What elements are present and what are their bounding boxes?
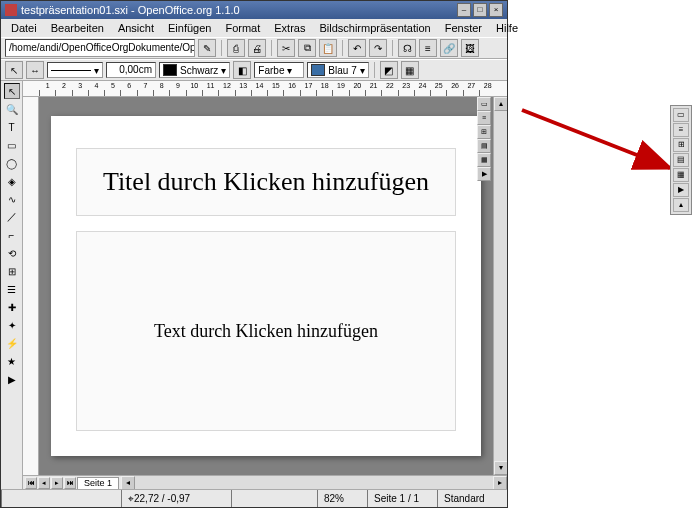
rotate-tool-icon[interactable]: ⟲ (4, 245, 20, 261)
edit-file-icon[interactable]: ✎ (198, 39, 216, 57)
view-handout-icon[interactable]: ▦ (477, 153, 491, 167)
float-start-show-icon[interactable]: ▶ (673, 183, 689, 197)
maximize-button[interactable]: □ (473, 3, 487, 17)
bottom-scroll-row: ⏮ ◂ ▸ ⏭ Seite 1 ◂ ▸ (23, 475, 507, 489)
close-button[interactable]: × (489, 3, 503, 17)
horizontal-scrollbar[interactable]: ◂ ▸ (121, 476, 507, 489)
url-bar[interactable]: /home/andi/OpenOfficeOrgDokumente/Op (5, 39, 195, 57)
shadow-icon[interactable]: ◩ (380, 61, 398, 79)
float-notes-view-icon[interactable]: ▤ (673, 153, 689, 167)
fill-mode-dropdown[interactable]: Farbe▾ (254, 62, 304, 78)
vertical-scrollbar[interactable]: ▴ ▾ (493, 97, 507, 475)
effects-tool-icon[interactable]: ✦ (4, 317, 20, 333)
arrange-tool-icon[interactable]: ☰ (4, 281, 20, 297)
rectangle-tool-icon[interactable]: ▭ (4, 137, 20, 153)
tab-prev-icon[interactable]: ◂ (38, 477, 50, 489)
canvas[interactable]: Titel durch Klicken hinzufügen Text durc… (39, 97, 493, 475)
status-zoom[interactable]: 82% (317, 490, 367, 507)
connector-tool-icon[interactable]: ⌐ (4, 227, 20, 243)
select-tool-icon[interactable]: ↖ (4, 83, 20, 99)
float-handout-view-icon[interactable]: ▦ (673, 168, 689, 182)
line-tool-icon[interactable]: ／ (4, 209, 20, 225)
menu-insert[interactable]: Einfügen (162, 21, 217, 35)
object3d-tool-icon[interactable]: ◈ (4, 173, 20, 189)
float-drawing-view-icon[interactable]: ▭ (673, 108, 689, 122)
toolbar-standard: /home/andi/OpenOfficeOrgDokumente/Op ✎ ⎙… (1, 37, 507, 59)
float-outline-view-icon[interactable]: ≡ (673, 123, 689, 137)
curve-tool-icon[interactable]: ∿ (4, 191, 20, 207)
status-empty (1, 490, 121, 507)
fill-color-dropdown[interactable]: Blau 7▾ (307, 62, 368, 78)
interaction-tool-icon[interactable]: ⚡ (4, 335, 20, 351)
view-notes-icon[interactable]: ▤ (477, 139, 491, 153)
hyperlink-icon[interactable]: 🔗 (440, 39, 458, 57)
minimize-button[interactable]: – (457, 3, 471, 17)
menu-view[interactable]: Ansicht (112, 21, 160, 35)
scroll-up-icon[interactable]: ▴ (494, 97, 507, 111)
ellipse-tool-icon[interactable]: ◯ (4, 155, 20, 171)
menu-tools[interactable]: Extras (268, 21, 311, 35)
cut-icon[interactable]: ✂ (277, 39, 295, 57)
paste-icon[interactable]: 📋 (319, 39, 337, 57)
navigator-icon[interactable]: ☊ (398, 39, 416, 57)
text-tool-icon[interactable]: T (4, 119, 20, 135)
menu-window[interactable]: Fenster (439, 21, 488, 35)
left-toolbar: ↖ 🔍 T ▭ ◯ ◈ ∿ ／ ⌐ ⟲ ⊞ ☰ ✚ ✦ ⚡ ★ ▶ (1, 81, 23, 489)
vertical-ruler (23, 97, 39, 475)
annotation-arrow (520, 108, 680, 178)
menu-format[interactable]: Format (219, 21, 266, 35)
float-slide-view-icon[interactable]: ⊞ (673, 138, 689, 152)
line-arrow-icon[interactable]: ↔ (26, 61, 44, 79)
tab-first-icon[interactable]: ⏮ (25, 477, 37, 489)
fill-color-swatch (311, 64, 325, 76)
view-slides-icon[interactable]: ⊞ (477, 125, 491, 139)
zoom-tool-icon[interactable]: 🔍 (4, 101, 20, 117)
content-area: ↖ 🔍 T ▭ ◯ ◈ ∿ ／ ⌐ ⟲ ⊞ ☰ ✚ ✦ ⚡ ★ ▶ 123456… (1, 81, 507, 489)
scroll-down-icon[interactable]: ▾ (494, 461, 507, 475)
view-outline-icon[interactable]: ≡ (477, 111, 491, 125)
arrow-tool-icon[interactable]: ↖ (5, 61, 23, 79)
svg-line-1 (522, 110, 670, 168)
content-placeholder[interactable]: Text durch Klicken hinzufügen (76, 231, 456, 431)
scroll-right-icon[interactable]: ▸ (493, 476, 507, 489)
menu-file[interactable]: Datei (5, 21, 43, 35)
copy-icon[interactable]: ⧉ (298, 39, 316, 57)
status-mode: Standard (437, 490, 507, 507)
status-spacer (231, 490, 317, 507)
titlebar: testpräsentation01.sxi - OpenOffice.org … (1, 1, 507, 19)
presentation-tool-icon[interactable]: ▶ (4, 371, 20, 387)
menu-help[interactable]: Hilfe (490, 21, 524, 35)
align-tool-icon[interactable]: ⊞ (4, 263, 20, 279)
stylist-icon[interactable]: ≡ (419, 39, 437, 57)
line-style-dropdown[interactable]: ▾ (47, 62, 103, 78)
vscroll-track[interactable] (494, 111, 507, 461)
status-coords: ⌖ 22,72 / -0,97 (121, 490, 231, 507)
animation-tool-icon[interactable]: ★ (4, 353, 20, 369)
gallery-icon[interactable]: 🖼 (461, 39, 479, 57)
slideshow-icon[interactable]: ▦ (401, 61, 419, 79)
tab-last-icon[interactable]: ⏭ (64, 477, 76, 489)
insert-tool-icon[interactable]: ✚ (4, 299, 20, 315)
redo-icon[interactable]: ↷ (369, 39, 387, 57)
view-presentation-icon[interactable]: ▶ (477, 167, 491, 181)
menu-slideshow[interactable]: Bildschirmpräsentation (313, 21, 436, 35)
app-icon (5, 4, 17, 16)
export-pdf-icon[interactable]: ⎙ (227, 39, 245, 57)
title-placeholder[interactable]: Titel durch Klicken hinzufügen (76, 148, 456, 216)
floating-view-toolbar[interactable]: ▭ ≡ ⊞ ▤ ▦ ▶ ▴ (670, 105, 692, 215)
hscroll-track[interactable] (135, 476, 493, 489)
menu-edit[interactable]: Bearbeiten (45, 21, 110, 35)
line-color-dropdown[interactable]: Schwarz▾ (159, 62, 230, 78)
view-drawing-icon[interactable]: ▭ (477, 97, 491, 111)
app-window: testpräsentation01.sxi - OpenOffice.org … (0, 0, 508, 508)
tab-next-icon[interactable]: ▸ (51, 477, 63, 489)
print-icon[interactable]: 🖨 (248, 39, 266, 57)
horizontal-ruler: 1234567891011121314151617181920212223242… (23, 81, 507, 97)
float-collapse-icon[interactable]: ▴ (673, 198, 689, 212)
fill-style-icon[interactable]: ◧ (233, 61, 251, 79)
line-width-field[interactable]: 0,00cm (106, 62, 156, 78)
slide-tab-bar: ⏮ ◂ ▸ ⏭ Seite 1 (23, 476, 121, 489)
slide-tab-1[interactable]: Seite 1 (77, 477, 119, 489)
scroll-left-icon[interactable]: ◂ (121, 476, 135, 489)
undo-icon[interactable]: ↶ (348, 39, 366, 57)
